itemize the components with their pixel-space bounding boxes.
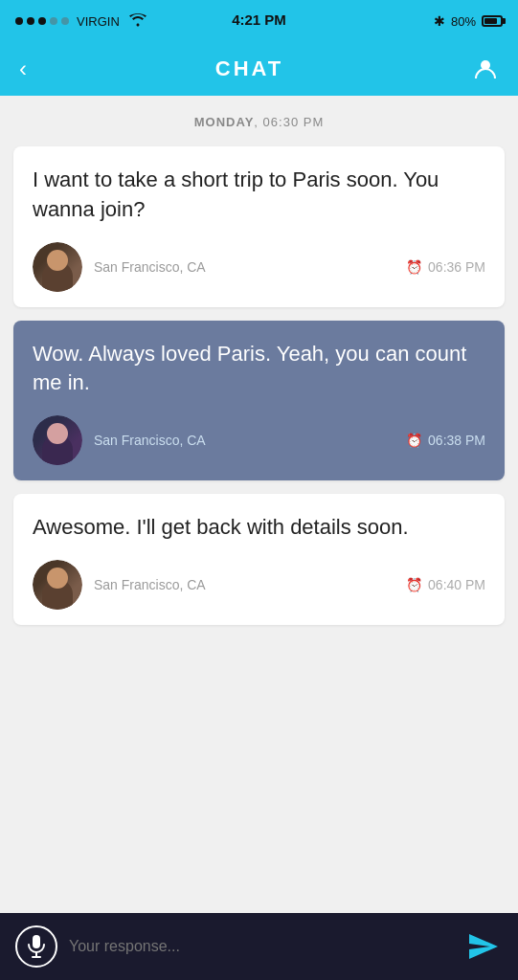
message-time-3: ⏰ 06:40 PM [406, 577, 485, 592]
response-input[interactable] [69, 938, 453, 955]
send-icon [469, 932, 498, 961]
status-bar: VIRGIN 4:21 PM ✱ 80% [0, 0, 518, 42]
mic-button[interactable] [15, 925, 57, 968]
mic-icon [28, 935, 45, 958]
message-time-2: ⏰ 06:38 PM [406, 433, 485, 448]
avatar-3 [33, 560, 82, 610]
clock-icon-1: ⏰ [406, 259, 422, 275]
author-location-2: San Francisco, CA [94, 433, 206, 448]
message-text-2: Wow. Always loved Paris. Yeah, you can c… [33, 340, 485, 399]
bluetooth-icon: ✱ [434, 13, 445, 29]
author-location-3: San Francisco, CA [94, 577, 206, 592]
send-button[interactable] [464, 927, 503, 966]
clock-icon-3: ⏰ [406, 577, 422, 592]
signal-dot-4 [50, 17, 57, 25]
status-time: 4:21 PM [232, 11, 286, 28]
profile-icon[interactable] [472, 56, 499, 82]
battery-percent: 80% [451, 14, 476, 29]
battery-fill [484, 18, 497, 24]
signal-dot-5 [61, 17, 69, 25]
signal-dot-1 [15, 17, 23, 25]
date-separator-comma: , [254, 115, 262, 129]
wifi-icon [129, 13, 146, 30]
date-day: MONDAY [194, 115, 255, 129]
message-footer-2: San Francisco, CA ⏰ 06:38 PM [33, 415, 485, 465]
avatar-1 [33, 242, 82, 292]
battery-icon [482, 15, 503, 27]
message-card-3: Awesome. I'll get back with details soon… [13, 494, 505, 625]
message-text-1: I want to take a short trip to Paris soo… [33, 166, 485, 225]
message-footer-1: San Francisco, CA ⏰ 06:36 PM [33, 242, 485, 292]
message-card-1: I want to take a short trip to Paris soo… [13, 146, 505, 307]
back-button[interactable]: ‹ [19, 57, 27, 80]
svg-marker-4 [469, 934, 498, 959]
message-time-1: ⏰ 06:36 PM [406, 259, 485, 275]
message-author-1: San Francisco, CA [33, 242, 206, 292]
bottom-bar [0, 913, 518, 980]
status-left: VIRGIN [15, 13, 146, 30]
date-time: 06:30 PM [263, 115, 325, 129]
signal-dot-2 [27, 17, 34, 25]
header: ‹ CHAT [0, 42, 518, 96]
avatar-2 [33, 415, 82, 465]
message-card-2: Wow. Always loved Paris. Yeah, you can c… [13, 321, 505, 481]
page-title: CHAT [215, 56, 283, 81]
avatar-image-3 [33, 560, 82, 610]
avatar-image-2 [33, 415, 82, 465]
time-value-1: 06:36 PM [428, 259, 485, 275]
signal-dot-3 [38, 17, 46, 25]
status-right: ✱ 80% [434, 13, 503, 29]
avatar-image-1 [33, 242, 82, 292]
time-value-3: 06:40 PM [428, 577, 485, 592]
date-separator: MONDAY, 06:30 PM [13, 115, 505, 129]
message-footer-3: San Francisco, CA ⏰ 06:40 PM [33, 560, 485, 610]
author-location-1: San Francisco, CA [94, 259, 206, 275]
message-text-3: Awesome. I'll get back with details soon… [33, 513, 485, 543]
carrier-label: VIRGIN [77, 14, 120, 29]
svg-rect-1 [33, 935, 40, 948]
time-value-2: 06:38 PM [428, 433, 485, 448]
chat-area: MONDAY, 06:30 PM I want to take a short … [0, 96, 518, 913]
clock-icon-2: ⏰ [406, 433, 422, 448]
message-author-2: San Francisco, CA [33, 415, 206, 465]
message-author-3: San Francisco, CA [33, 560, 206, 610]
